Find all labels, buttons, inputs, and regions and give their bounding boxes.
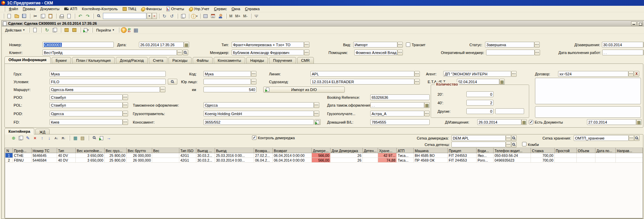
- bl-import-button[interactable]: [315, 119, 321, 125]
- sort-desc-button[interactable]: Я↓: [60, 135, 67, 141]
- cell[interactable]: [363, 158, 378, 163]
- column-header-5[interactable]: Вес груз...: [105, 148, 127, 153]
- line-field[interactable]: APL: [310, 71, 414, 77]
- column-header-18[interactable]: Машина: [414, 148, 448, 153]
- transit-checkbox[interactable]: [406, 42, 410, 47]
- cell[interactable]: FIT 244553: [448, 158, 477, 163]
- type-field[interactable]: Фрахт+Автоперевозка + Тэо+ ТО: [232, 42, 304, 48]
- support-button[interactable]: Ψ: [253, 13, 260, 19]
- qty-other2-field[interactable]: [495, 108, 524, 114]
- bl-field[interactable]: 3655/552: [203, 119, 314, 125]
- copy-button[interactable]: [39, 13, 47, 19]
- consignee-field[interactable]: Астра_А: [370, 111, 424, 116]
- has-docs-checkbox[interactable]: ✓: [529, 120, 533, 124]
- new-document-button[interactable]: [5, 13, 13, 19]
- tab-income-expense[interactable]: Доход/Расход: [116, 57, 148, 63]
- reread-button[interactable]: ↻: [43, 27, 51, 34]
- load-yellow-button[interactable]: [63, 27, 70, 34]
- tab-orders[interactable]: Наряды: [246, 57, 268, 63]
- shipper-select-button[interactable]: ...: [314, 111, 319, 116]
- cell[interactable]: [595, 158, 616, 163]
- column-header-17[interactable]: АТП: [397, 148, 414, 153]
- memory-m-plus-button[interactable]: M+: [234, 13, 242, 19]
- manager-field[interactable]: Бубликов Александр Федорович: [232, 50, 304, 55]
- cell[interactable]: 40 DV: [57, 153, 76, 158]
- kind-field[interactable]: Импорт: [353, 42, 397, 48]
- memory-m-minus-button[interactable]: M-: [242, 13, 249, 19]
- cell[interactable]: 5646645: [32, 153, 57, 158]
- cell[interactable]: 06.04.2014 0:00:00: [273, 158, 312, 163]
- number-field[interactable]: СК000001: [42, 42, 114, 48]
- cell[interactable]: СТНЕ: [13, 153, 32, 158]
- storage-grid-select-button[interactable]: ...: [629, 135, 634, 141]
- container-row-2[interactable]: 2FBNU544658440 DV3 650,00025 800,0026 00…: [5, 158, 643, 163]
- calendar-button[interactable]: [209, 13, 217, 19]
- column-header-0[interactable]: N: [5, 148, 13, 153]
- search-row-button[interactable]: [91, 135, 97, 141]
- menu-service[interactable]: Сервис: [212, 6, 229, 12]
- cell[interactable]: 0496935623: [494, 158, 531, 163]
- fd-field[interactable]: Киев: [50, 119, 123, 125]
- eta-calendar-button[interactable]: [499, 79, 505, 85]
- fd-select-button[interactable]: ...: [123, 119, 128, 125]
- menu-container-control[interactable]: Контейнер-Контроль: [79, 6, 120, 12]
- menu-finance[interactable]: Финансы: [139, 6, 164, 12]
- column-header-20[interactable]: Води...: [477, 148, 494, 153]
- delete-row-button[interactable]: ×: [32, 135, 38, 141]
- client-select-button[interactable]: ...: [177, 50, 182, 55]
- copy-row-button[interactable]: [18, 135, 24, 141]
- notice-date-calendar-button[interactable]: [521, 119, 527, 125]
- finish-date-field[interactable]: 30.03.2014: [602, 42, 643, 48]
- cell[interactable]: 700,00: [531, 153, 555, 158]
- cell[interactable]: 26 000,000: [127, 158, 152, 163]
- column-header-10[interactable]: Выезд: [215, 148, 254, 153]
- combi-checkbox[interactable]: [522, 142, 526, 146]
- combo-dropdown-button[interactable]: ▼: [147, 13, 152, 19]
- cell[interactable]: 74,88: [378, 158, 397, 163]
- cell[interactable]: 30.03.2014 0:00...: [215, 158, 254, 163]
- column-header-9[interactable]: Выезд ...: [196, 148, 215, 153]
- refresh-button[interactable]: ↻: [161, 13, 168, 19]
- voyage-select-button[interactable]: ...: [414, 79, 420, 85]
- qty-40-field[interactable]: 2: [466, 100, 494, 106]
- cell[interactable]: [616, 158, 643, 163]
- customs-date-field[interactable]: . .: [370, 102, 424, 108]
- home-bl-field[interactable]: 7854555: [370, 119, 430, 125]
- column-header-3[interactable]: Тип: [57, 148, 76, 153]
- tab-containers[interactable]: Контейнера: [4, 128, 34, 134]
- open-button[interactable]: [13, 13, 20, 19]
- cell[interactable]: 30.03.2...: [196, 153, 215, 158]
- cell[interactable]: FBNU: [13, 158, 32, 163]
- shipper-field[interactable]: Koenig Holding GmbH: [203, 111, 314, 116]
- cut-button[interactable]: ✂: [32, 13, 39, 19]
- tab-expenses[interactable]: Расходы: [168, 57, 192, 63]
- status-select-button[interactable]: ...: [534, 42, 540, 48]
- column-header-8[interactable]: Тип ISO: [179, 148, 196, 153]
- eta-field[interactable]: 02.04.2014: [457, 79, 499, 85]
- cell[interactable]: 25 800,00: [105, 153, 127, 158]
- contract-select-button[interactable]: ...: [628, 71, 634, 77]
- client-field[interactable]: ВестТрейд: [42, 50, 177, 55]
- cell[interactable]: 27.02.2...: [254, 153, 273, 158]
- code-field[interactable]: Мука: [203, 71, 251, 77]
- toolbar-grip[interactable]: [4, 6, 5, 12]
- fill-button[interactable]: ▾: [83, 27, 90, 34]
- cell[interactable]: ВН 4585 ВО: [414, 153, 448, 158]
- extra-notes-area[interactable]: [535, 106, 641, 118]
- info-button[interactable]: ⓘ▾: [191, 13, 198, 19]
- poo-select-button[interactable]: ...: [123, 94, 128, 100]
- memory-m-button[interactable]: M: [228, 13, 234, 19]
- import-from-do-button[interactable]: Импорт из D/O: [263, 87, 345, 93]
- detention-grid-select-button[interactable]: ...: [506, 142, 511, 147]
- calculator-button[interactable]: [202, 13, 209, 19]
- column-header-7[interactable]: Вес: [152, 148, 179, 153]
- cell[interactable]: Тиса...: [397, 158, 414, 163]
- goto-menu-button[interactable]: Перейти▼: [94, 27, 117, 33]
- value-combobox[interactable]: [103, 13, 146, 19]
- cell[interactable]: ПР 4569 ОК: [414, 158, 448, 163]
- pod-field[interactable]: Одесса: [50, 111, 123, 116]
- terms-search-button[interactable]: [168, 79, 177, 85]
- column-header-6[interactable]: Вес брутто: [127, 148, 152, 153]
- cell[interactable]: [577, 153, 595, 158]
- register-grid-button[interactable]: ▦: [132, 27, 140, 34]
